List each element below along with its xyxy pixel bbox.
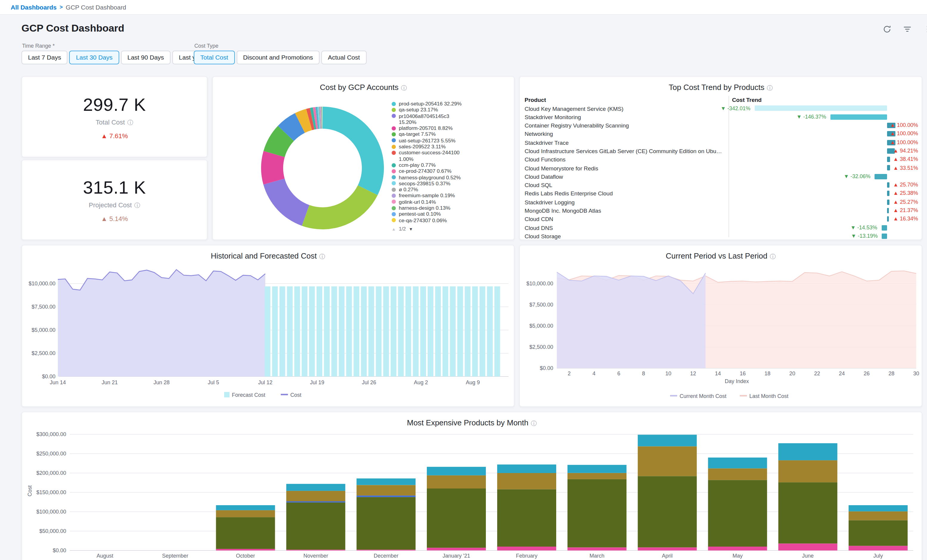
trend-bar[interactable] xyxy=(887,208,889,213)
forecast-bar[interactable] xyxy=(354,286,359,376)
trend-bar[interactable] xyxy=(887,157,891,162)
legend-item[interactable]: uat-setup-261723 5.55% xyxy=(392,138,462,144)
legend-item[interactable]: customer-success-244100 1.00% xyxy=(392,150,462,162)
stacked-bar-segment[interactable] xyxy=(849,505,908,511)
stacked-bar-segment[interactable] xyxy=(357,497,415,550)
stacked-bar-segment[interactable] xyxy=(638,548,697,551)
forecast-bar[interactable] xyxy=(346,286,352,376)
legend-item[interactable]: harness-playground 0.52% xyxy=(392,174,462,181)
trend-bar[interactable] xyxy=(754,106,887,111)
cost-type-actual-cost-button[interactable]: Actual Cost xyxy=(321,51,366,64)
table-row[interactable]: Stackdriver Monitoring▼ -146.37% xyxy=(520,113,922,121)
forecast-bar[interactable] xyxy=(435,286,441,376)
info-icon[interactable]: ⓘ xyxy=(767,85,773,91)
table-row[interactable]: Cloud Storage▼ -13.19% xyxy=(520,232,922,240)
cost-area[interactable] xyxy=(58,270,265,376)
stacked-bar-segment[interactable] xyxy=(568,548,626,551)
legend-item[interactable]: ce-qa-274307 0.06% xyxy=(392,217,462,223)
info-icon[interactable]: ⓘ xyxy=(319,253,325,260)
forecast-bar[interactable] xyxy=(398,286,404,376)
legend-item[interactable]: golink-url 0.14% xyxy=(392,199,462,205)
kebab-menu-icon[interactable] xyxy=(923,24,927,34)
forecast-bar[interactable] xyxy=(487,286,493,376)
legend-item[interactable]: qa-target 7.57% xyxy=(392,131,462,138)
stacked-bar-segment[interactable] xyxy=(216,517,275,549)
forecast-bar[interactable] xyxy=(494,286,500,376)
table-row[interactable]: Networking▲ 100.00% xyxy=(520,130,922,138)
trend-bar[interactable] xyxy=(882,234,887,239)
period-area[interactable] xyxy=(557,272,705,368)
legend-item[interactable]: ce-prod-274307 0.67% xyxy=(392,168,462,175)
legend-item[interactable]: harness-design 0.13% xyxy=(392,205,462,211)
table-row[interactable]: Stackdriver Logging▲ 25.27% xyxy=(520,198,922,207)
stacked-bar-segment[interactable] xyxy=(497,473,556,489)
table-row[interactable]: Cloud Infrastructure Services GitLab Ser… xyxy=(520,147,922,155)
stacked-bar-segment[interactable] xyxy=(427,489,486,548)
trend-bar[interactable] xyxy=(887,217,889,222)
forecast-bar[interactable] xyxy=(457,286,463,376)
donut-slice[interactable] xyxy=(322,107,384,195)
stacked-bar-segment[interactable] xyxy=(638,446,697,476)
cost-type-discount-button[interactable]: Discount and Promotions xyxy=(236,51,319,64)
forecast-bar[interactable] xyxy=(376,286,381,376)
stacked-bar-segment[interactable] xyxy=(708,480,767,546)
stacked-bar-segment[interactable] xyxy=(708,468,767,480)
stacked-bar-segment[interactable] xyxy=(357,549,415,551)
stacked-bar-segment[interactable] xyxy=(778,443,837,460)
stacked-bar-segment[interactable] xyxy=(497,489,556,546)
stacked-bar-segment[interactable] xyxy=(638,435,697,446)
stacked-bar-segment[interactable] xyxy=(286,502,345,550)
trend-bar[interactable] xyxy=(875,174,887,179)
stacked-bar-segment[interactable] xyxy=(357,485,415,495)
trend-bar[interactable] xyxy=(887,182,889,188)
stacked-bar-segment[interactable] xyxy=(286,491,345,501)
table-row[interactable]: Cloud DNS▼ -14.53% xyxy=(520,223,922,232)
stacked-bar-segment[interactable] xyxy=(638,476,697,547)
forecast-bar[interactable] xyxy=(420,286,426,376)
info-icon[interactable]: ⓘ xyxy=(134,202,140,208)
forecast-bar[interactable] xyxy=(361,286,367,376)
trend-bar[interactable] xyxy=(887,191,889,196)
info-icon[interactable]: ⓘ xyxy=(401,85,407,91)
legend-page-up-icon[interactable]: ▲ xyxy=(392,227,396,231)
legend-item[interactable]: secops-239815 0.37% xyxy=(392,181,462,187)
stacked-bar-segment[interactable] xyxy=(568,473,626,479)
forecast-bar[interactable] xyxy=(309,286,315,376)
table-row[interactable]: Cloud Functions▲ 38.41% xyxy=(520,155,922,164)
table-row[interactable]: Cloud Dataflow▼ -32.06% xyxy=(520,173,922,181)
table-row[interactable]: Cloud SQL▲ 25.70% xyxy=(520,181,922,190)
stacked-bar-segment[interactable] xyxy=(427,548,486,551)
legend-item[interactable]: qa-setup 23.17% xyxy=(392,107,462,113)
legend-item[interactable]: sales-209522 3.11% xyxy=(392,144,462,150)
stacked-bar-segment[interactable] xyxy=(286,549,345,551)
stacked-bar-segment[interactable] xyxy=(778,460,837,482)
table-row[interactable]: MongoDB Inc. MongoDB Atlas▲ 21.37% xyxy=(520,206,922,215)
forecast-bar[interactable] xyxy=(294,286,300,376)
stacked-bar-segment[interactable] xyxy=(778,482,837,543)
stacked-bar-segment[interactable] xyxy=(216,505,275,510)
forecast-bar[interactable] xyxy=(465,286,470,376)
forecast-bar[interactable] xyxy=(316,286,322,376)
time-range-last-30-days-button[interactable]: Last 30 Days xyxy=(70,51,119,64)
refresh-icon[interactable] xyxy=(882,24,892,34)
forecast-bar[interactable] xyxy=(428,286,433,376)
stacked-bar-segment[interactable] xyxy=(427,467,486,475)
stacked-bar-segment[interactable] xyxy=(568,479,626,548)
legend-item[interactable]: prod-setup-205416 32.29% xyxy=(392,101,462,107)
forecast-bar[interactable] xyxy=(339,286,345,376)
legend-item[interactable]: platform-205701 8.82% xyxy=(392,125,462,131)
forecast-bar[interactable] xyxy=(265,286,271,376)
forecast-bar[interactable] xyxy=(302,286,307,376)
table-row[interactable]: Redis Labs Redis Enterprise Cloud▲ 25.38… xyxy=(520,190,922,198)
legend-item[interactable]: ø 0.27% xyxy=(392,187,462,193)
trend-bar[interactable] xyxy=(887,199,889,205)
forecast-bar[interactable] xyxy=(280,286,285,376)
forecast-bar[interactable] xyxy=(443,286,448,376)
stacked-bar-segment[interactable] xyxy=(286,501,345,502)
trend-bar[interactable] xyxy=(830,114,887,120)
stacked-bar-segment[interactable] xyxy=(497,464,556,473)
stacked-bar-segment[interactable] xyxy=(708,458,767,468)
stacked-bar-segment[interactable] xyxy=(778,543,837,551)
stacked-bar-segment[interactable] xyxy=(849,546,908,551)
donut-slice[interactable] xyxy=(302,185,378,229)
